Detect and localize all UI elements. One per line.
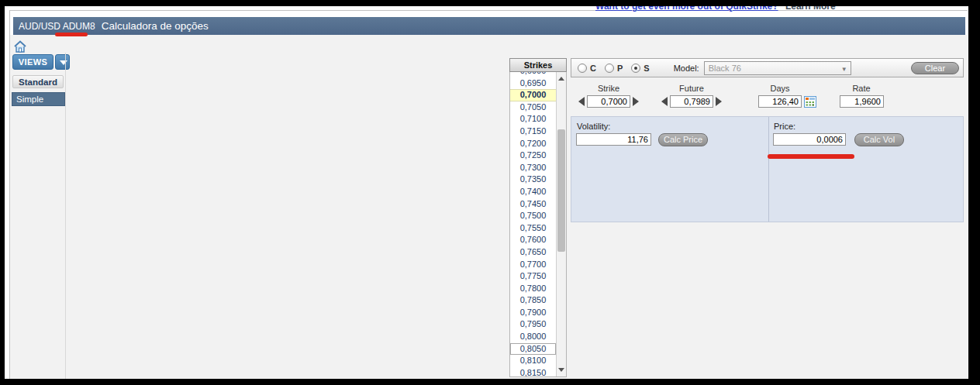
- volatility-label: Volatility:: [577, 122, 610, 131]
- volatility-input[interactable]: [576, 133, 651, 146]
- model-label: Model:: [674, 64, 699, 73]
- panel-divider: [768, 117, 769, 222]
- strike-input[interactable]: [587, 95, 630, 108]
- learn-more-link[interactable]: Learn More: [785, 6, 836, 12]
- option-type-radio-put[interactable]: P: [605, 64, 623, 73]
- strike-row[interactable]: 0,6950: [510, 77, 556, 90]
- volatility-price-panel: Volatility: Calc Price Price: Calc Vol: [571, 116, 964, 222]
- scroll-up-icon[interactable]: [557, 74, 566, 84]
- screen-frame-left: [0, 0, 5, 385]
- promo-banner: Want to get even more out of QuikStrike?…: [595, 6, 844, 13]
- window-edge-line-vertical: [9, 10, 10, 379]
- views-button[interactable]: VIEWS: [12, 54, 53, 70]
- radio-icon: [631, 64, 640, 73]
- views-dropdown-button[interactable]: [55, 54, 70, 70]
- calendar-icon[interactable]: [804, 96, 816, 108]
- strike-row[interactable]: 0,7500: [510, 210, 556, 222]
- future-decrement-icon[interactable]: [661, 97, 668, 106]
- home-icon[interactable]: [13, 40, 27, 53]
- view-item-standard[interactable]: Standard: [12, 75, 64, 88]
- calc-vol-button[interactable]: Calc Vol: [854, 133, 904, 146]
- radio-icon: [605, 64, 614, 73]
- strike-row[interactable]: 0,7600: [510, 234, 556, 246]
- strike-field-label: Strike: [578, 84, 639, 93]
- radio-label: C: [590, 64, 596, 73]
- strike-row[interactable]: 0,7350: [510, 174, 556, 186]
- instrument-label: AUD/USD ADUM8: [19, 21, 95, 32]
- future-increment-icon[interactable]: [716, 97, 722, 106]
- annotation-underline-price: [768, 154, 854, 159]
- strike-row[interactable]: 0,8100: [510, 355, 556, 367]
- strikes-header: Strikes: [509, 58, 567, 72]
- rate-field-group: Rate: [840, 84, 884, 108]
- model-select[interactable]: Black 76 ▼: [704, 61, 851, 75]
- strikes-viewport: 0,69000,69500,70000,70500,71000,71500,72…: [510, 72, 556, 376]
- scrollbar-thumb[interactable]: [557, 129, 565, 252]
- radio-label: S: [644, 64, 649, 73]
- strike-field-group: Strike: [578, 84, 639, 108]
- screen-frame-bottom: [0, 379, 980, 385]
- screen-frame-top: [0, 0, 980, 6]
- strikes-list: 0,69000,69500,70000,70500,71000,71500,72…: [509, 72, 567, 377]
- page-title: Calculadora de opções: [102, 20, 209, 32]
- strike-row[interactable]: 0,7300: [510, 162, 556, 174]
- view-item-simple[interactable]: Simple: [12, 92, 65, 106]
- price-input[interactable]: [773, 133, 846, 146]
- promo-link[interactable]: Want to get even more out of QuikStrike?: [595, 6, 778, 12]
- scroll-down-icon[interactable]: [557, 365, 566, 375]
- price-label: Price:: [774, 122, 795, 131]
- future-field-group: Future: [661, 84, 722, 108]
- strike-row[interactable]: 0,7800: [510, 283, 556, 295]
- strike-row[interactable]: 0,8000: [510, 331, 556, 343]
- strike-row[interactable]: 0,7550: [510, 222, 556, 235]
- strike-row[interactable]: 0,7050: [510, 101, 556, 114]
- sidebar-divider: [65, 53, 66, 379]
- annotation-underline-instrument: [55, 33, 88, 36]
- title-bar: AUD/USD ADUM8 Calculadora de opções: [13, 17, 965, 35]
- strike-row[interactable]: 0,8150: [510, 367, 556, 376]
- rate-input[interactable]: [840, 95, 884, 108]
- strike-row[interactable]: 0,7000: [510, 89, 556, 101]
- options-calculator-page: Want to get even more out of QuikStrike?…: [0, 0, 980, 385]
- radio-icon: [578, 64, 587, 73]
- strike-row[interactable]: 0,8050: [510, 343, 556, 356]
- days-field-label: Days: [758, 84, 802, 93]
- strike-row[interactable]: 0,7900: [510, 307, 556, 319]
- calculator-toolbar: C P S Model: Black 76 ▼ Clear: [571, 58, 964, 77]
- strike-row[interactable]: 0,7650: [510, 246, 556, 259]
- strike-row[interactable]: 0,6900: [510, 72, 556, 77]
- strike-row[interactable]: 0,7100: [510, 113, 556, 125]
- chevron-down-icon: [60, 60, 67, 65]
- calc-price-button[interactable]: Calc Price: [658, 133, 708, 146]
- strike-row[interactable]: 0,7400: [510, 186, 556, 198]
- screen-frame-right: [968, 0, 980, 385]
- clear-button[interactable]: Clear: [911, 62, 959, 74]
- days-input[interactable]: [758, 95, 802, 108]
- strike-row[interactable]: 0,7200: [510, 138, 556, 150]
- model-select-value: Black 76: [705, 62, 851, 75]
- chevron-down-icon: ▼: [841, 66, 847, 73]
- strike-increment-icon[interactable]: [633, 97, 639, 106]
- future-field-label: Future: [661, 84, 722, 93]
- option-type-radio-straddle[interactable]: S: [631, 64, 649, 73]
- radio-label: P: [617, 64, 623, 73]
- option-type-radio-call[interactable]: C: [578, 64, 596, 73]
- days-field-group: Days: [758, 84, 816, 108]
- strikes-panel: Strikes 0,69000,69500,70000,70500,71000,…: [509, 58, 567, 377]
- strike-row[interactable]: 0,7850: [510, 294, 556, 307]
- strike-row[interactable]: 0,7700: [510, 259, 556, 271]
- future-input[interactable]: [670, 95, 713, 108]
- strike-row[interactable]: 0,7750: [510, 270, 556, 283]
- strike-row[interactable]: 0,7150: [510, 125, 556, 138]
- strike-row[interactable]: 0,7250: [510, 150, 556, 162]
- rate-field-label: Rate: [840, 84, 883, 93]
- strike-row[interactable]: 0,7450: [510, 198, 556, 211]
- strikes-scrollbar[interactable]: [556, 72, 566, 376]
- strike-decrement-icon[interactable]: [578, 97, 585, 106]
- strike-row[interactable]: 0,7950: [510, 318, 556, 331]
